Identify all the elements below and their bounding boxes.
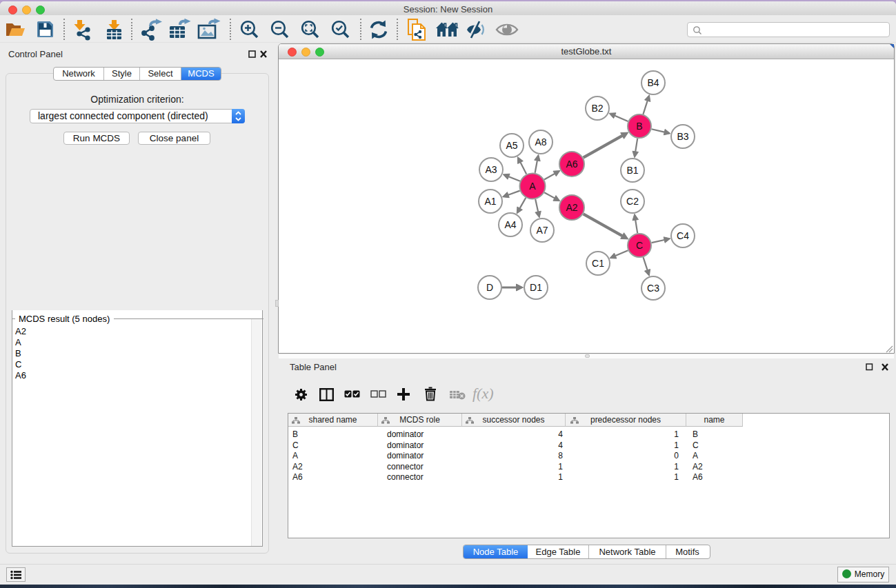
svg-text:B1: B1	[626, 165, 638, 176]
svg-text:B3: B3	[677, 131, 688, 142]
svg-text:C3: C3	[647, 283, 659, 294]
svg-text:A2: A2	[566, 202, 577, 213]
svg-text:A8: A8	[535, 136, 546, 148]
svg-text:A4: A4	[504, 219, 516, 230]
svg-text:C2: C2	[626, 196, 639, 207]
svg-text:A7: A7	[536, 225, 548, 236]
svg-text:B4: B4	[647, 77, 659, 88]
svg-text:B: B	[636, 121, 642, 132]
svg-text:C4: C4	[677, 230, 689, 241]
svg-text:D: D	[486, 282, 493, 293]
svg-text:A3: A3	[485, 164, 497, 175]
svg-text:B2: B2	[591, 103, 603, 114]
svg-text:A6: A6	[566, 159, 577, 170]
svg-text:C1: C1	[592, 258, 604, 269]
svg-text:D1: D1	[530, 282, 542, 293]
svg-text:A1: A1	[484, 196, 496, 207]
svg-text:A5: A5	[506, 140, 517, 151]
svg-text:A: A	[529, 181, 536, 192]
svg-text:C: C	[636, 240, 643, 251]
